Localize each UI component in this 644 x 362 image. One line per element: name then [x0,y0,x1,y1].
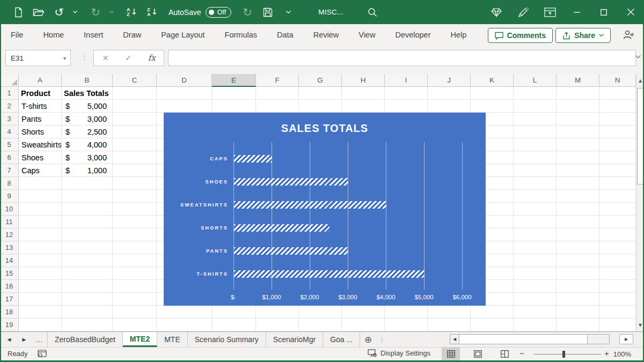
undo-icon[interactable]: ↺ [53,6,65,19]
cell-C15[interactable] [113,267,157,280]
cell-C7[interactable] [113,164,157,177]
cell-B13[interactable] [62,241,113,254]
cell-M8[interactable] [557,177,599,190]
cell-F18[interactable] [256,306,299,319]
cell-A1[interactable]: Product [19,87,62,100]
cell-I2[interactable] [385,100,428,113]
row-header-12[interactable]: 12 [0,228,19,241]
cell-M3[interactable] [557,113,599,125]
column-header-J[interactable]: J [428,74,471,87]
row-header-9[interactable]: 9 [0,190,19,203]
cell-F2[interactable] [256,100,299,113]
sheet-overflow-indicator[interactable]: … [31,332,47,347]
cell-B17[interactable] [62,293,113,306]
minimize-button[interactable] [564,0,590,24]
cell-B3[interactable]: $3,000 [62,113,113,125]
cell-A6[interactable]: Shoes [19,151,62,164]
cell-C12[interactable] [113,228,157,241]
cell-D19[interactable] [157,319,212,331]
horizontal-scrollbar-thumb[interactable] [459,335,588,344]
cell-H19[interactable] [342,319,385,331]
cell-N18[interactable] [599,306,636,319]
cell-M1[interactable] [557,87,599,100]
maximize-button[interactable] [590,0,617,24]
undo-dropdown-icon[interactable] [69,6,82,19]
cell-L9[interactable] [514,190,557,203]
cell-B16[interactable] [62,280,113,293]
cell-B4[interactable]: $2,500 [62,125,113,138]
hscroll-right-icon[interactable]: ▶ [619,334,633,344]
cell-H18[interactable] [342,306,385,319]
cell-M6[interactable] [557,151,599,164]
cell-A12[interactable] [19,228,62,241]
redo-dropdown-icon[interactable] [105,6,118,19]
cell-M2[interactable] [557,100,599,113]
cell-N13[interactable] [599,241,636,254]
cell-A4[interactable]: Shorts [19,125,62,138]
cell-C18[interactable] [113,306,157,319]
autosave-toggle[interactable]: Off [206,7,231,18]
cell-N7[interactable] [599,164,636,177]
cell-N15[interactable] [599,267,636,280]
cell-B1[interactable]: Sales Totals [62,87,113,100]
cell-B12[interactable] [62,228,113,241]
column-header-G[interactable]: G [299,74,342,87]
bar-shorts[interactable] [234,224,330,232]
cell-B7[interactable]: $1,000 [62,164,113,177]
menu-tab-view[interactable]: View [357,31,376,39]
cell-L15[interactable] [514,267,557,280]
row-header-18[interactable]: 18 [0,306,19,319]
column-header-C[interactable]: C [113,74,157,87]
cell-M7[interactable] [557,164,599,177]
column-header-M[interactable]: M [557,74,599,87]
bar-t-shirts[interactable] [234,270,425,278]
row-header-8[interactable]: 8 [0,177,19,190]
cell-A14[interactable] [19,254,62,267]
cell-M4[interactable] [557,125,599,138]
column-header-D[interactable]: D [157,74,212,87]
formula-bar-expand-icon[interactable] [635,55,641,58]
cell-A8[interactable] [19,177,62,190]
row-header-11[interactable]: 11 [0,216,19,228]
cell-L1[interactable] [514,87,557,100]
cell-L11[interactable] [514,216,557,228]
cell-A16[interactable] [19,280,62,293]
cell-J2[interactable] [428,100,471,113]
ribbon-display-options-icon[interactable] [537,0,564,24]
cell-B9[interactable] [62,190,113,203]
sheet-tab-scenariomgr[interactable]: ScenarioMgr [266,332,323,347]
cell-C17[interactable] [113,293,157,306]
bar-pants[interactable] [234,247,348,255]
row-header-14[interactable]: 14 [0,254,19,267]
cell-H1[interactable] [342,87,385,100]
cell-A17[interactable] [19,293,62,306]
cell-D1[interactable] [157,87,212,100]
cell-N6[interactable] [599,151,636,164]
select-all-corner[interactable] [0,74,19,87]
cell-N11[interactable] [599,216,636,228]
cell-I19[interactable] [385,319,428,331]
row-header-19[interactable]: 19 [0,319,19,331]
cell-A7[interactable]: Caps [19,164,62,177]
cell-K2[interactable] [471,100,514,113]
sheet-tab-goa-[interactable]: Goa ... [323,332,360,347]
redo-icon[interactable]: ↻ [89,6,102,19]
horizontal-scrollbar[interactable]: ◀ [450,334,610,344]
cell-D18[interactable] [157,306,212,319]
cell-A10[interactable] [19,203,62,216]
cell-N10[interactable] [599,203,636,216]
cell-C8[interactable] [113,177,157,190]
cell-H2[interactable] [342,100,385,113]
cell-N8[interactable] [599,177,636,190]
cell-M13[interactable] [557,241,599,254]
sort-descending-icon[interactable]: ZA↓ [146,6,159,19]
display-settings-button[interactable]: Display Settings [368,349,430,357]
row-header-3[interactable]: 3 [0,113,19,125]
cell-L18[interactable] [514,306,557,319]
cell-M11[interactable] [557,216,599,228]
cell-I18[interactable] [385,306,428,319]
cell-N1[interactable] [599,87,636,100]
cell-B18[interactable] [62,306,113,319]
cell-M10[interactable] [557,203,599,216]
cell-N2[interactable] [599,100,636,113]
